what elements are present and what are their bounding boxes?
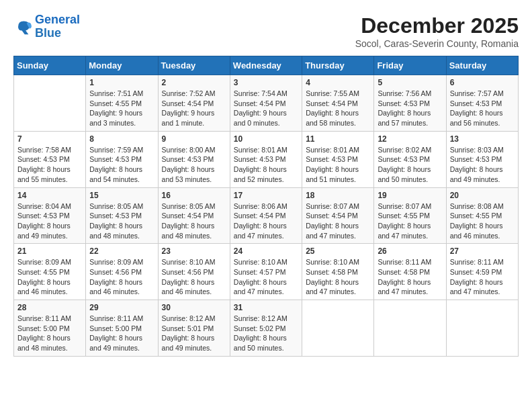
calendar-title: December 2025 [355,13,519,38]
day-info: Sunrise: 7:58 AM Sunset: 4:53 PM Dayligh… [17,145,82,185]
day-cell: 24 Sunrise: 8:10 AM Sunset: 4:57 PM Dayl… [230,244,302,300]
day-cell [14,75,86,132]
day-number: 26 [378,246,442,256]
day-number: 4 [306,78,370,87]
day-cell: 13 Sunrise: 8:03 AM Sunset: 4:53 PM Dayl… [446,131,518,187]
day-info: Sunrise: 7:54 AM Sunset: 4:54 PM Dayligh… [234,89,298,128]
day-number: 23 [162,246,226,256]
day-number: 6 [450,78,515,87]
day-number: 5 [378,78,442,87]
day-cell: 22 Sunrise: 8:09 AM Sunset: 4:56 PM Dayl… [86,244,158,300]
logo-icon [13,17,32,36]
day-cell: 3 Sunrise: 7:54 AM Sunset: 4:54 PM Dayli… [230,75,302,132]
header-cell-tuesday: Tuesday [158,56,230,75]
day-cell: 7 Sunrise: 7:58 AM Sunset: 4:53 PM Dayli… [14,131,86,187]
header-cell-sunday: Sunday [14,56,86,75]
day-info: Sunrise: 8:12 AM Sunset: 5:01 PM Dayligh… [162,314,226,353]
day-info: Sunrise: 7:51 AM Sunset: 4:55 PM Dayligh… [89,89,154,128]
day-info: Sunrise: 8:00 AM Sunset: 4:53 PM Dayligh… [162,145,226,185]
day-info: Sunrise: 8:11 AM Sunset: 4:59 PM Dayligh… [450,257,515,297]
day-cell [374,300,446,357]
day-number: 28 [17,303,82,312]
day-cell: 31 Sunrise: 8:12 AM Sunset: 5:02 PM Dayl… [230,300,302,357]
day-number: 2 [162,78,226,87]
header-row: SundayMondayTuesdayWednesdayThursdayFrid… [14,56,519,75]
day-number: 1 [89,78,154,87]
day-info: Sunrise: 7:59 AM Sunset: 4:53 PM Dayligh… [89,145,154,185]
day-info: Sunrise: 8:01 AM Sunset: 4:53 PM Dayligh… [234,145,298,185]
day-cell: 15 Sunrise: 8:05 AM Sunset: 4:53 PM Dayl… [86,187,158,244]
day-number: 18 [306,191,370,200]
calendar-table: SundayMondayTuesdayWednesdayThursdayFrid… [13,56,519,357]
day-number: 9 [162,134,226,144]
day-number: 29 [89,303,154,312]
day-number: 20 [450,191,515,200]
day-cell: 26 Sunrise: 8:11 AM Sunset: 4:58 PM Dayl… [374,244,446,300]
day-number: 30 [162,303,226,312]
logo: General Blue [13,13,80,40]
week-row-2: 7 Sunrise: 7:58 AM Sunset: 4:53 PM Dayli… [14,131,519,187]
day-info: Sunrise: 8:04 AM Sunset: 4:53 PM Dayligh… [17,201,82,241]
day-cell: 20 Sunrise: 8:08 AM Sunset: 4:55 PM Dayl… [446,187,518,244]
day-cell: 25 Sunrise: 8:10 AM Sunset: 4:58 PM Dayl… [302,244,374,300]
day-cell: 10 Sunrise: 8:01 AM Sunset: 4:53 PM Dayl… [230,131,302,187]
week-row-5: 28 Sunrise: 8:11 AM Sunset: 5:00 PM Dayl… [14,300,519,357]
page-header: General Blue December 2025 Socol, Caras-… [13,13,519,49]
week-row-4: 21 Sunrise: 8:09 AM Sunset: 4:55 PM Dayl… [14,244,519,300]
day-info: Sunrise: 8:11 AM Sunset: 5:00 PM Dayligh… [89,314,154,353]
day-cell: 30 Sunrise: 8:12 AM Sunset: 5:01 PM Dayl… [158,300,230,357]
day-cell [446,300,518,357]
calendar-subtitle: Socol, Caras-Severin County, Romania [355,38,519,49]
day-cell: 28 Sunrise: 8:11 AM Sunset: 5:00 PM Dayl… [14,300,86,357]
day-info: Sunrise: 8:05 AM Sunset: 4:54 PM Dayligh… [162,201,226,241]
day-number: 17 [234,191,298,200]
day-number: 24 [234,246,298,256]
day-info: Sunrise: 8:05 AM Sunset: 4:53 PM Dayligh… [89,201,154,241]
day-info: Sunrise: 8:10 AM Sunset: 4:58 PM Dayligh… [306,257,370,297]
day-number: 13 [450,134,515,144]
day-info: Sunrise: 8:08 AM Sunset: 4:55 PM Dayligh… [450,201,515,241]
day-cell: 23 Sunrise: 8:10 AM Sunset: 4:56 PM Dayl… [158,244,230,300]
day-info: Sunrise: 8:12 AM Sunset: 5:02 PM Dayligh… [234,314,298,353]
day-cell: 19 Sunrise: 8:07 AM Sunset: 4:55 PM Dayl… [374,187,446,244]
day-cell: 29 Sunrise: 8:11 AM Sunset: 5:00 PM Dayl… [86,300,158,357]
day-cell: 11 Sunrise: 8:01 AM Sunset: 4:53 PM Dayl… [302,131,374,187]
day-number: 15 [89,191,154,200]
day-cell: 6 Sunrise: 7:57 AM Sunset: 4:53 PM Dayli… [446,75,518,132]
day-number: 22 [89,246,154,256]
day-cell: 21 Sunrise: 8:09 AM Sunset: 4:55 PM Dayl… [14,244,86,300]
header-cell-thursday: Thursday [302,56,374,75]
logo-text: General Blue [35,13,80,40]
day-number: 8 [89,134,154,144]
day-number: 16 [162,191,226,200]
day-cell [302,300,374,357]
day-info: Sunrise: 8:02 AM Sunset: 4:53 PM Dayligh… [378,145,442,185]
day-number: 12 [378,134,442,144]
day-number: 21 [17,246,82,256]
day-cell: 4 Sunrise: 7:55 AM Sunset: 4:54 PM Dayli… [302,75,374,132]
day-info: Sunrise: 8:09 AM Sunset: 4:56 PM Dayligh… [89,257,154,297]
day-number: 7 [17,134,82,144]
day-cell: 2 Sunrise: 7:52 AM Sunset: 4:54 PM Dayli… [158,75,230,132]
header-cell-friday: Friday [374,56,446,75]
day-cell: 1 Sunrise: 7:51 AM Sunset: 4:55 PM Dayli… [86,75,158,132]
day-info: Sunrise: 8:11 AM Sunset: 5:00 PM Dayligh… [17,314,82,353]
day-info: Sunrise: 8:06 AM Sunset: 4:54 PM Dayligh… [234,201,298,241]
day-number: 31 [234,303,298,312]
week-row-3: 14 Sunrise: 8:04 AM Sunset: 4:53 PM Dayl… [14,187,519,244]
day-info: Sunrise: 8:01 AM Sunset: 4:53 PM Dayligh… [306,145,370,185]
day-cell: 5 Sunrise: 7:56 AM Sunset: 4:53 PM Dayli… [374,75,446,132]
day-info: Sunrise: 8:10 AM Sunset: 4:57 PM Dayligh… [234,257,298,297]
day-number: 3 [234,78,298,87]
day-cell: 14 Sunrise: 8:04 AM Sunset: 4:53 PM Dayl… [14,187,86,244]
day-info: Sunrise: 8:11 AM Sunset: 4:58 PM Dayligh… [378,257,442,297]
day-cell: 16 Sunrise: 8:05 AM Sunset: 4:54 PM Dayl… [158,187,230,244]
day-cell: 9 Sunrise: 8:00 AM Sunset: 4:53 PM Dayli… [158,131,230,187]
day-info: Sunrise: 7:52 AM Sunset: 4:54 PM Dayligh… [162,89,226,128]
header-cell-wednesday: Wednesday [230,56,302,75]
day-info: Sunrise: 7:57 AM Sunset: 4:53 PM Dayligh… [450,89,515,128]
day-cell: 27 Sunrise: 8:11 AM Sunset: 4:59 PM Dayl… [446,244,518,300]
day-number: 14 [17,191,82,200]
day-info: Sunrise: 8:03 AM Sunset: 4:53 PM Dayligh… [450,145,515,185]
day-info: Sunrise: 7:55 AM Sunset: 4:54 PM Dayligh… [306,89,370,128]
